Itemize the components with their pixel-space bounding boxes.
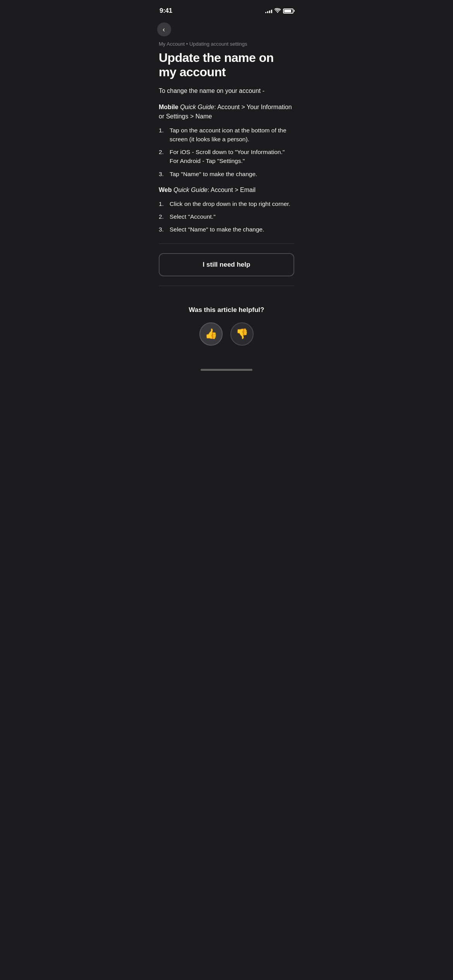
- home-indicator: [151, 363, 302, 374]
- mobile-steps-list: 1. Tap on the account icon at the bottom…: [159, 126, 294, 178]
- mobile-guide-section: Mobile Quick Guide: Account > Your Infor…: [159, 103, 294, 178]
- help-button-container: I still need help: [151, 253, 302, 276]
- feedback-buttons: 👍 👎: [159, 322, 294, 346]
- home-bar: [201, 369, 252, 371]
- article-content: To change the name on your account - Mob…: [151, 86, 302, 234]
- intro-text: To change the name on your account -: [159, 86, 294, 96]
- status-bar: 9:41: [151, 0, 302, 19]
- helpful-section: Was this article helpful? 👍 👎: [151, 295, 302, 355]
- back-chevron-icon: ‹: [163, 26, 165, 33]
- web-guide-header: Web Quick Guide: Account > Email: [159, 185, 294, 195]
- web-guide-section: Web Quick Guide: Account > Email 1. Clic…: [159, 185, 294, 234]
- wifi-icon: [275, 8, 281, 14]
- page-title: Update the name on my account: [151, 48, 302, 86]
- status-time: 9:41: [160, 7, 172, 15]
- list-item: 3. Select "Name" to make the change.: [159, 225, 294, 234]
- thumbs-down-icon: 👎: [236, 328, 248, 340]
- list-item: 1. Tap on the account icon at the bottom…: [159, 126, 294, 144]
- back-button-area: ‹: [151, 19, 302, 38]
- signal-icon: [265, 9, 272, 13]
- breadcrumb: My Account • Updating account settings: [151, 38, 302, 48]
- divider-top: [159, 243, 294, 244]
- list-item: 3. Tap "Name" to make the change.: [159, 170, 294, 178]
- mobile-guide-header: Mobile Quick Guide: Account > Your Infor…: [159, 103, 294, 121]
- list-item: 2. For iOS - Scroll down to "Your Inform…: [159, 147, 294, 166]
- list-item: 2. Select "Account.": [159, 212, 294, 221]
- helpful-title: Was this article helpful?: [159, 306, 294, 314]
- divider-bottom: [159, 286, 294, 286]
- web-steps-list: 1. Click on the drop down in the top rig…: [159, 199, 294, 234]
- still-need-help-button[interactable]: I still need help: [159, 253, 294, 276]
- battery-icon: [283, 9, 293, 14]
- thumbs-up-button[interactable]: 👍: [199, 322, 223, 346]
- thumbs-up-icon: 👍: [205, 328, 217, 340]
- status-icons: [265, 8, 293, 14]
- thumbs-down-button[interactable]: 👎: [230, 322, 254, 346]
- list-item: 1. Click on the drop down in the top rig…: [159, 199, 294, 208]
- back-button[interactable]: ‹: [157, 22, 171, 36]
